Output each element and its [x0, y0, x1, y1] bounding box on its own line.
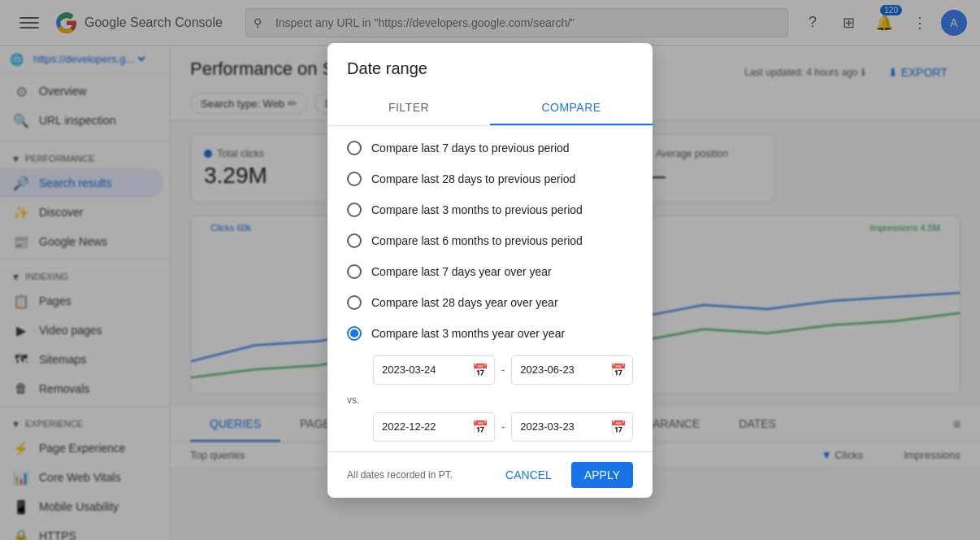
radio-circle-5 — [347, 264, 362, 279]
radio-circle-7 — [347, 326, 362, 341]
modal-body: Compare last 7 days to previous period C… — [327, 126, 653, 451]
radio-label-4: Compare last 6 months to previous period — [371, 234, 583, 247]
radio-label-7: Compare last 3 months year over year — [371, 327, 565, 340]
radio-circle-4 — [347, 233, 362, 248]
radio-option-4[interactable]: Compare last 6 months to previous period — [327, 225, 653, 256]
radio-option-7[interactable]: Compare last 3 months year over year — [327, 318, 653, 349]
date-range-modal: Date range FILTER COMPARE Compare last 7… — [327, 43, 653, 498]
modal-title: Date range — [327, 43, 653, 78]
footer-note: All dates recorded in PT. — [347, 469, 486, 481]
end-date-wrapper: 📅 — [511, 355, 633, 385]
date-separator: - — [501, 364, 505, 377]
radio-option-1[interactable]: Compare last 7 days to previous period — [327, 133, 653, 163]
calendar-icon-start[interactable]: 📅 — [472, 362, 488, 377]
radio-option-2[interactable]: Compare last 28 days to previous period — [327, 163, 653, 194]
radio-label-2: Compare last 28 days to previous period — [371, 172, 575, 185]
calendar-icon-vs-start[interactable]: 📅 — [472, 419, 488, 434]
modal-footer: All dates recorded in PT. CANCEL APPLY — [327, 451, 653, 498]
vs-label: vs. — [327, 391, 653, 406]
cancel-button[interactable]: CANCEL — [492, 462, 565, 488]
modal-tab-filter[interactable]: FILTER — [327, 91, 490, 125]
vs-date-separator: - — [501, 420, 505, 433]
date-row-vs: 📅 - 📅 — [327, 406, 653, 448]
radio-circle-6 — [347, 295, 362, 310]
start-date-wrapper: 📅 — [373, 355, 495, 385]
radio-circle-2 — [347, 172, 362, 186]
radio-circle-1 — [347, 141, 362, 155]
vs-end-date-wrapper: 📅 — [511, 412, 633, 442]
modal-overlay: Date range FILTER COMPARE Compare last 7… — [0, 0, 980, 540]
radio-option-3[interactable]: Compare last 3 months to previous period — [327, 194, 653, 225]
radio-label-1: Compare last 7 days to previous period — [371, 142, 570, 155]
radio-option-6[interactable]: Compare last 28 days year over year — [327, 287, 653, 318]
radio-label-3: Compare last 3 months to previous period — [371, 203, 583, 216]
radio-label-6: Compare last 28 days year over year — [371, 296, 558, 309]
calendar-icon-vs-end[interactable]: 📅 — [610, 419, 627, 434]
radio-label-5: Compare last 7 days year over year — [371, 265, 552, 278]
radio-option-5[interactable]: Compare last 7 days year over year — [327, 256, 653, 287]
modal-tabs: FILTER COMPARE — [327, 91, 653, 126]
radio-circle-3 — [347, 202, 362, 217]
calendar-icon-end[interactable]: 📅 — [610, 362, 627, 377]
date-row-main: 📅 - 📅 — [327, 349, 653, 391]
vs-start-date-wrapper: 📅 — [373, 412, 495, 442]
modal-tab-compare[interactable]: COMPARE — [490, 91, 653, 125]
apply-button[interactable]: APPLY — [571, 462, 633, 488]
